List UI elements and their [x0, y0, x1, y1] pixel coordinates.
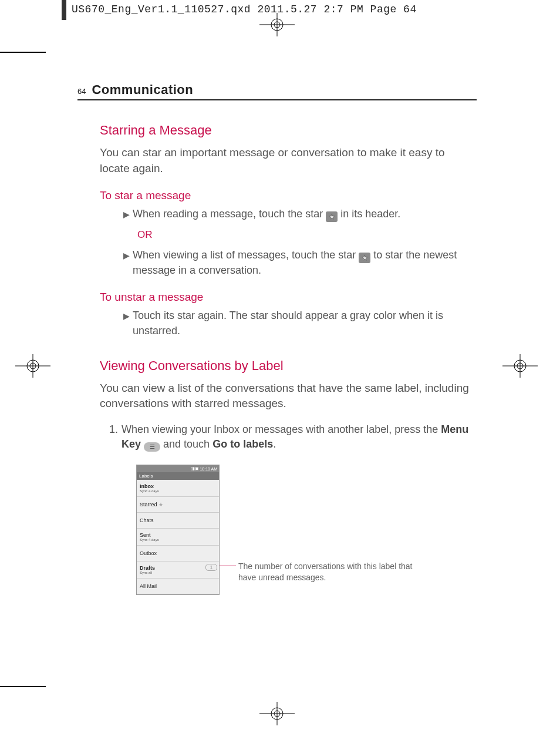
callout-line [220, 566, 236, 566]
bullet-text: When viewing a list of messages, touch t… [133, 248, 477, 278]
text-segment: When viewing your Inbox or messages with… [122, 423, 441, 435]
text-segment: in its header. [338, 208, 400, 220]
subheading-to-unstar: To unstar a message [100, 291, 477, 304]
registration-mark-bottom [259, 702, 295, 725]
label-subtitle: Sync 4 days [140, 489, 216, 493]
numbered-text: When viewing your Inbox or messages with… [122, 422, 477, 452]
label-row: All Mail [137, 579, 219, 594]
arrow-icon: ▶ [123, 209, 130, 222]
count-badge: 1 [205, 564, 217, 571]
label-subtitle: Sync 4 days [140, 538, 216, 542]
label-title: Sent [140, 532, 216, 538]
label-title: Inbox [140, 483, 216, 489]
label-title: Drafts [140, 565, 216, 571]
label-title: Starred★ [140, 502, 216, 507]
label-row: Starred★ [137, 497, 219, 513]
star-icon [359, 253, 370, 263]
crop-mark-horizontal-bottom [0, 686, 46, 687]
registration-mark-left [15, 354, 50, 378]
text-segment: When reading a message, touch the star [133, 208, 326, 220]
star-icon: ★ [158, 502, 163, 507]
status-bar: ▯▮ ▣ 10:10 AM [137, 465, 219, 472]
page-content: 64 Communication Starring a Message You … [77, 82, 477, 595]
page-header: 64 Communication [77, 82, 477, 100]
label-row: DraftsSync all1 [137, 561, 219, 579]
crop-mark-horizontal-top [0, 52, 46, 53]
arrow-icon: ▶ [123, 311, 130, 338]
text-segment: . [273, 438, 276, 450]
star-icon [326, 211, 338, 222]
bullet-text: Touch its star again. The star should ap… [133, 308, 477, 338]
heading-starring: Starring a Message [100, 123, 477, 138]
subheading-to-star: To star a message [100, 189, 477, 202]
label-row: InboxSync 4 days [137, 480, 219, 497]
label-row: SentSync 4 days [137, 529, 219, 546]
bullet-text: When reading a message, touch the star i… [133, 207, 477, 222]
phone-screenshot: ▯▮ ▣ 10:10 AM Labels InboxSync 4 daysSta… [136, 465, 477, 595]
label-row: Chats [137, 513, 219, 529]
registration-mark-right [502, 354, 538, 378]
page-number: 64 [77, 87, 86, 96]
bullet-item: ▶ When viewing a list of messages, touch… [123, 248, 477, 278]
registration-mark-top [259, 13, 295, 36]
numbered-item: 1. When viewing your Inbox or messages w… [109, 422, 477, 452]
text-segment: and touch [160, 438, 212, 450]
label-title: Chats [140, 517, 216, 523]
arrow-icon: ▶ [123, 250, 130, 278]
status-time: 10:10 AM [200, 467, 217, 471]
menu-key-icon [144, 442, 160, 452]
go-to-labels-label: Go to labels [212, 438, 273, 450]
print-header: US670_Eng_Ver1.1_110527.qxd 2011.5.27 2:… [72, 4, 417, 15]
phone-frame: ▯▮ ▣ 10:10 AM Labels InboxSync 4 daysSta… [136, 465, 220, 595]
labels-header: Labels [137, 472, 219, 480]
crop-mark-vertical [62, 0, 66, 20]
or-label: OR [137, 229, 477, 241]
label-title: Outbox [140, 550, 216, 556]
paragraph-starring: You can star an important message or con… [100, 145, 477, 176]
list-number: 1. [109, 422, 118, 452]
section-title: Communication [92, 82, 193, 97]
bullet-item: ▶ When reading a message, touch the star… [123, 207, 477, 222]
label-row: Outbox [137, 546, 219, 561]
heading-viewing: Viewing Conversations by Label [100, 358, 477, 374]
bullet-item: ▶ Touch its star again. The star should … [123, 308, 477, 338]
label-title: All Mail [140, 583, 216, 589]
paragraph-viewing: You can view a list of the conversations… [100, 381, 477, 412]
labels-list: InboxSync 4 daysStarred★ChatsSentSync 4 … [137, 480, 219, 594]
callout-text: The number of conversations with this la… [238, 561, 414, 582]
status-icons: ▯▮ ▣ [191, 466, 198, 471]
label-subtitle: Sync all [140, 571, 216, 574]
text-segment: When viewing a list of messages, touch t… [133, 249, 359, 261]
